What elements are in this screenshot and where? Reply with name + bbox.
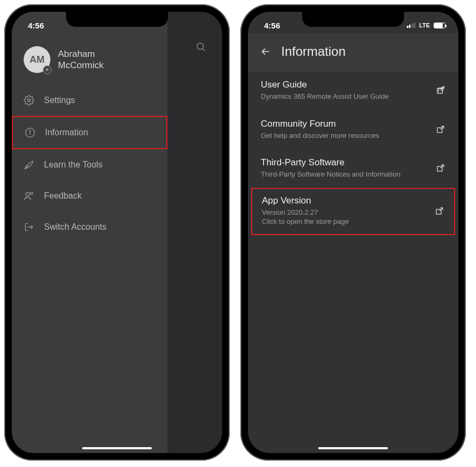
menu-label: Settings xyxy=(44,96,75,105)
screen-left: 4:56 LTE AM ✕ Abraham xyxy=(12,12,222,453)
notch xyxy=(302,12,404,27)
clock: 4:56 xyxy=(28,21,44,30)
feedback-icon xyxy=(24,191,34,201)
status-badge-icon: ✕ xyxy=(43,65,52,74)
info-list: User Guide Dynamics 365 Remote Assist Us… xyxy=(248,72,458,235)
external-link-icon xyxy=(436,163,445,173)
page-title: Information xyxy=(281,44,346,59)
info-subtitle: Dynamics 365 Remote Assist User Guide xyxy=(261,92,436,101)
phone-frame-right: 4:56 LTE Information User Guide Dynamics… xyxy=(240,4,466,461)
menu-label: Learn the Tools xyxy=(44,160,102,170)
external-link-icon xyxy=(436,85,445,95)
battery-icon xyxy=(434,23,445,28)
menu-item-feedback[interactable]: Feedback xyxy=(12,180,167,211)
screen-right: 4:56 LTE Information User Guide Dynamics… xyxy=(248,12,458,453)
svg-point-4 xyxy=(26,192,30,196)
avatar[interactable]: AM ✕ xyxy=(24,46,50,73)
svg-line-7 xyxy=(202,48,204,50)
menu-label: Switch Accounts xyxy=(44,222,107,232)
menu-label: Information xyxy=(45,128,88,137)
info-subtitle-version: Version 2020.2.27 xyxy=(262,208,435,217)
profile-name: Abraham McCormick xyxy=(58,48,104,71)
content-sliver xyxy=(167,12,222,453)
search-icon[interactable] xyxy=(195,41,206,52)
back-arrow-icon[interactable] xyxy=(260,46,272,57)
menu-label: Feedback xyxy=(44,191,82,201)
external-link-icon xyxy=(436,125,445,134)
menu-item-switch-accounts[interactable]: Switch Accounts xyxy=(12,211,167,243)
profile-name-first: Abraham xyxy=(58,48,104,60)
info-item-user-guide[interactable]: User Guide Dynamics 365 Remote Assist Us… xyxy=(248,72,458,111)
profile-name-last: McCormick xyxy=(58,60,104,71)
svg-point-3 xyxy=(30,130,30,131)
signal-icon xyxy=(407,23,416,28)
menu-item-learn[interactable]: Learn the Tools xyxy=(12,149,167,180)
avatar-initials: AM xyxy=(30,54,45,65)
info-title: Third-Party Software xyxy=(261,157,436,168)
status-icons: LTE xyxy=(407,22,445,28)
info-icon xyxy=(25,127,35,138)
svg-point-5 xyxy=(31,192,33,194)
info-subtitle: Get help and discover more resources xyxy=(261,131,436,141)
home-indicator[interactable] xyxy=(318,447,388,449)
svg-point-0 xyxy=(28,99,31,102)
svg-point-6 xyxy=(197,43,203,49)
clock: 4:56 xyxy=(264,21,280,30)
menu-item-information[interactable]: Information xyxy=(12,116,167,149)
home-indicator[interactable] xyxy=(82,447,152,449)
info-item-community-forum[interactable]: Community Forum Get help and discover mo… xyxy=(248,111,458,150)
navigation-drawer: 4:56 LTE AM ✕ Abraham xyxy=(12,12,167,453)
phone-frame-left: 4:56 LTE AM ✕ Abraham xyxy=(4,4,230,461)
profile-row[interactable]: AM ✕ Abraham McCormick xyxy=(12,33,167,85)
quill-icon xyxy=(24,159,34,170)
external-link-icon xyxy=(435,206,444,216)
menu-item-settings[interactable]: Settings xyxy=(12,85,167,116)
info-title: Community Forum xyxy=(261,119,436,129)
info-title: User Guide xyxy=(261,79,436,90)
info-item-app-version[interactable]: App Version Version 2020.2.27 Click to o… xyxy=(251,188,455,235)
info-subtitle-hint: Click to open the store page xyxy=(262,217,435,227)
gear-icon xyxy=(24,95,34,106)
notch xyxy=(66,12,168,27)
page-header: Information xyxy=(248,33,458,72)
info-subtitle: Third-Party Software Notices and Informa… xyxy=(261,170,436,179)
info-item-third-party[interactable]: Third-Party Software Third-Party Softwar… xyxy=(248,150,458,189)
info-title: App Version xyxy=(262,195,435,206)
network-label: LTE xyxy=(419,22,430,28)
signout-icon xyxy=(24,222,34,232)
